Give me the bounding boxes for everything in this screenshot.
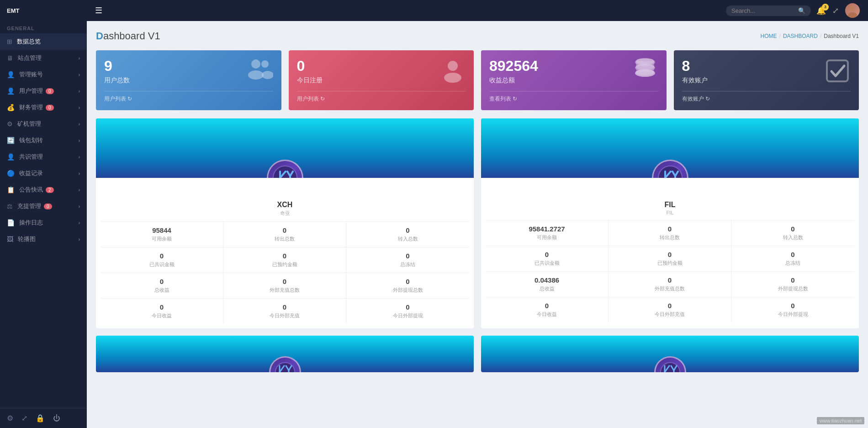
main-area: ☰ 🔍 🔔 3 ⤢ Dashboard V1	[87, 0, 868, 428]
breadcrumb-current: Dashboard V1	[824, 33, 859, 39]
breadcrumb: HOME / DASHBOARD / Dashboard V1	[761, 33, 859, 39]
svg-point-18	[636, 69, 654, 75]
users-icon	[246, 58, 273, 86]
stat-card-today-register: 0 今日注册 用户列表 ↻	[289, 50, 474, 110]
sidebar-item-carousel[interactable]: 🖼 轮播图 ›	[0, 231, 87, 247]
arrow-icon: ›	[79, 122, 80, 127]
sidebar-logo: EMT	[0, 0, 87, 21]
stat-value: 0	[350, 278, 466, 285]
dashboard-icon: ⊞	[7, 38, 12, 45]
bottom-logo-left	[269, 356, 301, 372]
notification-button[interactable]: 🔔 3	[816, 6, 826, 16]
sidebar-item-dashboard[interactable]: ⊞ 数据总览	[0, 33, 87, 50]
stat-label: 今日外部充值	[612, 311, 727, 318]
stat-value: 0	[612, 302, 727, 310]
revenue-icon	[632, 58, 658, 87]
stat-value: 0	[227, 278, 342, 285]
stat-value: 0	[350, 303, 466, 311]
sidebar-label-finance: 财务管理	[19, 103, 43, 112]
stat-label: 已预约金额	[227, 261, 342, 268]
stat-label: 外部充值总数	[227, 287, 342, 294]
stat-register-link[interactable]: 用户列表 ↻	[297, 91, 466, 103]
expand-icon[interactable]: ⤢	[21, 414, 27, 423]
stat-value: 95844	[104, 226, 219, 234]
stat-cell: 0已预约金额	[609, 246, 731, 271]
sidebar-label-consensus: 共识管理	[19, 153, 43, 161]
sidebar-label-oplog: 操作日志	[19, 219, 43, 227]
stat-label: 转入总数	[735, 234, 851, 241]
stat-cell: 0转出总数	[223, 221, 346, 247]
sidebar-label-site-mgmt: 站点管理	[18, 54, 42, 62]
avatar[interactable]	[845, 3, 860, 18]
stat-revenue-link[interactable]: 查看列表 ↻	[489, 91, 658, 103]
xch-body: XCH 奇亚 95844可用余额0转出总数0转入总数0已共识金额0已预约金额0总…	[96, 178, 474, 328]
page-header: Dashboard V1 HOME / DASHBOARD / Dashboar…	[96, 30, 859, 42]
svg-point-34	[275, 363, 295, 372]
breadcrumb-section[interactable]: DASHBOARD	[783, 33, 818, 39]
lock-icon[interactable]: 🔒	[36, 414, 45, 423]
stat-cell: 0转入总数	[731, 220, 854, 246]
stat-label: 总冻结	[735, 260, 851, 267]
stat-value: 0	[227, 252, 342, 260]
search-box[interactable]: 🔍	[726, 5, 811, 16]
stat-cell: 95841.2727可用余额	[486, 220, 609, 246]
arrow-icon: ›	[79, 105, 80, 110]
stat-label: 转出总数	[612, 234, 727, 241]
stat-label: 今日收益	[489, 311, 604, 318]
topbar: ☰ 🔍 🔔 3 ⤢	[87, 0, 868, 21]
page-title: Dashboard V1	[96, 30, 160, 42]
sidebar-item-earnings[interactable]: 🔵 收益记录 ›	[0, 165, 87, 182]
sidebar-item-consensus[interactable]: 👤 共识管理 ›	[0, 149, 87, 165]
sidebar-item-finance[interactable]: 💰 财务管理 0 ›	[0, 99, 87, 116]
stat-cell: 0.04386总收益	[486, 271, 609, 297]
arrow-icon: ›	[79, 89, 80, 94]
arrow-icon: ›	[79, 56, 80, 61]
stat-cell: 0今日外部提现	[346, 298, 469, 324]
stat-users-link[interactable]: 用户列表 ↻	[104, 91, 273, 103]
currency-grid: XCH 奇亚 95844可用余额0转出总数0转入总数0已共识金额0已预约金额0总…	[96, 118, 859, 328]
finance-icon: 💰	[7, 104, 15, 111]
site-mgmt-icon: 🖥	[7, 54, 13, 62]
sidebar-label-announce: 公告快讯	[19, 186, 43, 194]
stat-cell: 95844可用余额	[101, 221, 223, 247]
stat-active-link[interactable]: 有效账户 ↻	[682, 91, 851, 103]
sidebar-item-user-mgmt[interactable]: 👤 用户管理 0 ›	[0, 83, 87, 99]
stat-value: 0	[735, 302, 851, 310]
svg-point-41	[661, 363, 680, 372]
sidebar-item-admin[interactable]: 👤 管理账号 ›	[0, 66, 87, 83]
sidebar-item-recharge[interactable]: ⚖ 充提管理 0 ›	[0, 198, 87, 214]
oplog-icon: 📄	[7, 219, 15, 226]
search-input[interactable]	[731, 7, 795, 14]
stat-cell: 0已共识金额	[486, 246, 609, 271]
svg-point-4	[261, 60, 269, 68]
recharge-icon: ⚖	[7, 203, 13, 210]
miner-icon: ⚙	[7, 120, 13, 128]
arrow-icon: ›	[79, 171, 80, 176]
topbar-icons: 🔔 3 ⤢	[816, 3, 860, 18]
fil-logo	[652, 160, 688, 178]
stat-label: 外部提现总数	[350, 287, 466, 294]
breadcrumb-home[interactable]: HOME	[761, 33, 777, 39]
stat-label: 总收益	[104, 287, 219, 294]
svg-point-5	[262, 71, 273, 79]
power-icon[interactable]: ⏻	[53, 414, 60, 423]
sidebar-item-site-mgmt[interactable]: 🖥 站点管理 ›	[0, 50, 87, 66]
stat-cell: 0外部充值总数	[223, 273, 346, 298]
stat-cell: 0总冻结	[731, 246, 854, 271]
settings-icon[interactable]: ⚙	[7, 414, 13, 423]
bottom-currency-grid	[96, 336, 859, 372]
user-mgmt-icon: 👤	[7, 87, 15, 95]
menu-icon[interactable]: ☰	[95, 5, 102, 16]
arrow-icon: ›	[79, 187, 80, 193]
svg-point-3	[248, 70, 264, 80]
arrow-icon: ›	[79, 220, 80, 225]
expand-icon[interactable]: ⤢	[832, 6, 839, 16]
sidebar-item-oplog[interactable]: 📄 操作日志 ›	[0, 214, 87, 231]
sidebar-item-announce[interactable]: 📋 公告快讯 2 ›	[0, 182, 87, 198]
announce-badge: 2	[46, 187, 54, 193]
sidebar-item-miner[interactable]: ⚙ 矿机管理 ›	[0, 116, 87, 132]
sidebar-item-wallet[interactable]: 🔄 钱包划转 ›	[0, 132, 87, 149]
svg-point-6	[448, 61, 458, 71]
breadcrumb-sep2: /	[820, 33, 821, 39]
stat-value: 0	[735, 276, 851, 284]
